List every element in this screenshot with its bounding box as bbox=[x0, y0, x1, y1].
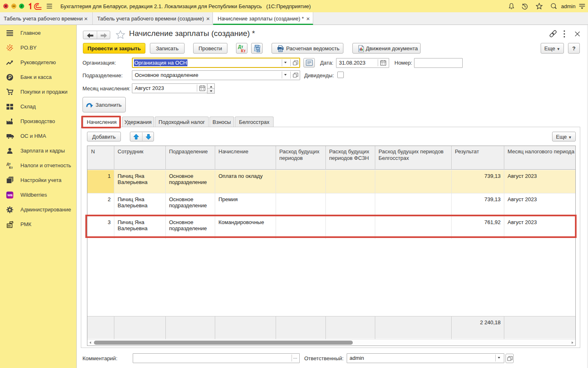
svg-text:WB: WB bbox=[7, 193, 13, 197]
svg-text:Кт: Кт bbox=[241, 48, 246, 53]
svg-text:Кт: Кт bbox=[9, 166, 13, 169]
